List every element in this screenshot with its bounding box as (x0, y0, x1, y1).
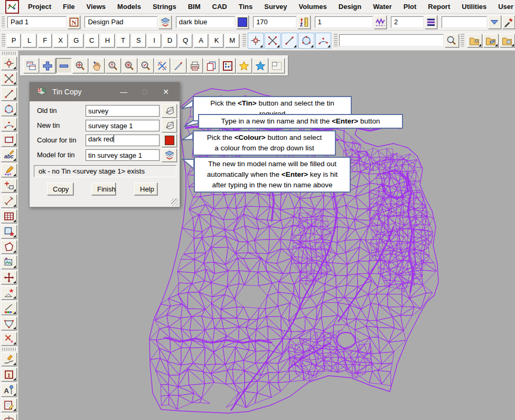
menu-strings[interactable]: Strings (147, 1, 182, 13)
colour-select-button[interactable] (162, 133, 177, 147)
toolbar-grip[interactable] (2, 34, 5, 47)
delete-views-button[interactable] (154, 58, 170, 73)
toolbar-grip[interactable] (2, 16, 5, 28)
shared-folder-button[interactable]: ! (483, 34, 499, 47)
measure-dim-tool[interactable] (1, 194, 17, 208)
menu-models[interactable]: Models (111, 1, 147, 13)
menu-plot[interactable]: Plot (398, 1, 423, 13)
function-key-c[interactable]: C (85, 34, 99, 47)
cad-text-field[interactable] (7, 16, 67, 28)
current-colour-button[interactable] (236, 15, 249, 29)
close-button[interactable]: ✕ (155, 88, 176, 96)
views-menu-button[interactable] (23, 58, 39, 73)
model-select-button[interactable] (162, 148, 177, 162)
set-out-tool[interactable] (1, 286, 17, 300)
menu-tins[interactable]: Tins (233, 1, 259, 13)
cross-snap-tool[interactable] (1, 72, 17, 85)
menu-utilities[interactable]: Utilities (456, 1, 492, 13)
zoom-extent-button[interactable] (72, 58, 88, 73)
linewidth-field[interactable] (391, 16, 424, 28)
favourites-yellow-star-button[interactable] (236, 58, 252, 73)
notes-edit-tool[interactable] (1, 398, 17, 412)
menu-user[interactable]: User (492, 1, 515, 13)
toolbar-grip[interactable] (2, 52, 16, 55)
menu-cad[interactable]: CAD (207, 1, 233, 13)
old-tin-input[interactable] (86, 105, 160, 117)
toolbar-grip[interactable] (242, 34, 246, 47)
zoom-in-button[interactable] (40, 58, 55, 73)
copy-button[interactable]: Copy (47, 183, 73, 195)
model-field[interactable] (85, 16, 157, 28)
help-button[interactable]: Help (134, 183, 157, 195)
section-flag-tool[interactable] (1, 414, 17, 420)
function-key-l[interactable]: L (22, 34, 36, 47)
toolbar-grip[interactable] (2, 348, 16, 351)
freehand-draw-tool[interactable] (1, 352, 17, 366)
favourites-blue-star-button[interactable] (252, 58, 268, 73)
menu-survey[interactable]: Survey (258, 1, 293, 13)
function-field[interactable] (442, 16, 487, 28)
colour-strip-tool[interactable] (1, 301, 17, 315)
function-key-f[interactable]: F (38, 34, 52, 47)
function-key-g[interactable]: G (69, 34, 83, 47)
search-input[interactable] (339, 34, 444, 46)
linestyle-field[interactable] (315, 16, 373, 28)
image-insert-tool[interactable] (1, 255, 17, 269)
toolbar-grip[interactable] (334, 34, 338, 47)
delete-point-tool[interactable] (1, 332, 17, 346)
function-key-m[interactable]: M (225, 34, 239, 47)
label-survey-tool[interactable]: A (1, 383, 17, 397)
menu-volumes[interactable]: Volumes (293, 1, 333, 13)
function-key-k[interactable]: K (210, 34, 224, 47)
line-snap-toggle[interactable] (282, 33, 297, 49)
circle-snap-tool[interactable] (1, 102, 17, 116)
height-field[interactable] (253, 16, 296, 28)
zoom-dynamic-button[interactable] (105, 58, 121, 73)
function-key-s[interactable]: S (132, 34, 146, 47)
zoom-all-button[interactable] (121, 58, 137, 73)
linestyle-button[interactable] (374, 15, 387, 29)
polygon-draw-tool[interactable] (1, 240, 17, 254)
new-tin-select-button[interactable] (162, 119, 177, 132)
function-key-t[interactable]: T (116, 34, 130, 47)
function-key-h[interactable]: H (100, 34, 115, 47)
library-folder-button[interactable] (500, 34, 515, 47)
dropdown-button[interactable] (488, 15, 501, 29)
point-snap-toggle[interactable] (248, 33, 264, 49)
edit-pencil-tool[interactable] (1, 164, 17, 177)
old-tin-select-button[interactable] (162, 104, 177, 118)
colour-input[interactable]: dark red (86, 135, 160, 146)
rect-draw-tool[interactable] (1, 133, 17, 147)
twelve-d-logo-icon[interactable] (5, 0, 19, 14)
eyedropper-button[interactable] (502, 15, 515, 29)
copy-view-button[interactable] (203, 58, 219, 73)
zoom-previous-button[interactable] (138, 58, 154, 73)
point-create-tool[interactable] (1, 179, 17, 193)
function-key-x[interactable]: X (53, 34, 68, 47)
refresh-brush-button[interactable] (171, 58, 186, 73)
name-select-button[interactable]: N (68, 15, 80, 29)
pan-hand-button[interactable] (89, 58, 105, 73)
finish-button[interactable]: Finish (91, 183, 116, 195)
menu-design[interactable]: Design (333, 1, 367, 13)
symbol-select-tool[interactable] (1, 225, 17, 238)
linewidth-button[interactable] (425, 15, 437, 29)
toolbar-grip[interactable] (461, 34, 464, 47)
circle-snap-toggle[interactable] (298, 33, 314, 49)
arc-snap-toggle[interactable] (315, 33, 331, 49)
menu-project[interactable]: Project (22, 1, 57, 13)
grid-table-tool[interactable] (1, 209, 17, 223)
interface-text-tool[interactable]: I (1, 368, 17, 381)
function-key-a[interactable]: A (194, 34, 208, 47)
dialog-title-bar[interactable]: 12 Tin Copy — □ ✕ (30, 82, 180, 101)
text-abc-tool[interactable]: abc (1, 148, 17, 162)
menu-file[interactable]: File (57, 1, 80, 13)
view-layout-button[interactable] (269, 58, 285, 73)
function-key-q[interactable]: Q (179, 34, 193, 47)
colour-field[interactable] (176, 16, 235, 28)
minimize-button[interactable]: — (113, 88, 134, 96)
menu-water[interactable]: Water (367, 1, 398, 13)
cross-snap-toggle[interactable] (265, 33, 280, 49)
zoom-out-button[interactable] (56, 58, 72, 73)
project-folder-button[interactable] (467, 34, 482, 47)
